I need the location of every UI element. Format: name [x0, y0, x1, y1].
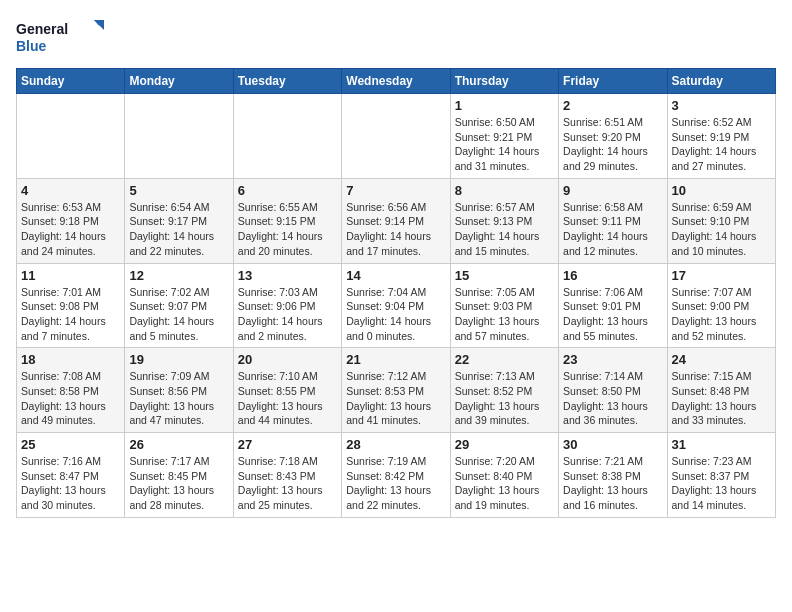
day-info: Sunrise: 7:21 AMSunset: 8:38 PMDaylight:…	[563, 454, 662, 513]
day-info: Sunrise: 7:08 AMSunset: 8:58 PMDaylight:…	[21, 369, 120, 428]
day-number: 8	[455, 183, 554, 198]
svg-text:General: General	[16, 21, 68, 37]
day-info: Sunrise: 6:55 AMSunset: 9:15 PMDaylight:…	[238, 200, 337, 259]
calendar-cell: 17Sunrise: 7:07 AMSunset: 9:00 PMDayligh…	[667, 263, 775, 348]
calendar-cell: 8Sunrise: 6:57 AMSunset: 9:13 PMDaylight…	[450, 178, 558, 263]
day-info: Sunrise: 7:17 AMSunset: 8:45 PMDaylight:…	[129, 454, 228, 513]
day-number: 5	[129, 183, 228, 198]
day-number: 30	[563, 437, 662, 452]
day-number: 12	[129, 268, 228, 283]
day-number: 11	[21, 268, 120, 283]
header-thursday: Thursday	[450, 69, 558, 94]
day-number: 31	[672, 437, 771, 452]
day-number: 17	[672, 268, 771, 283]
header-tuesday: Tuesday	[233, 69, 341, 94]
day-info: Sunrise: 7:12 AMSunset: 8:53 PMDaylight:…	[346, 369, 445, 428]
calendar-cell: 25Sunrise: 7:16 AMSunset: 8:47 PMDayligh…	[17, 433, 125, 518]
day-number: 1	[455, 98, 554, 113]
day-number: 23	[563, 352, 662, 367]
day-info: Sunrise: 7:20 AMSunset: 8:40 PMDaylight:…	[455, 454, 554, 513]
calendar-cell	[17, 94, 125, 179]
day-number: 28	[346, 437, 445, 452]
day-info: Sunrise: 7:13 AMSunset: 8:52 PMDaylight:…	[455, 369, 554, 428]
day-info: Sunrise: 7:06 AMSunset: 9:01 PMDaylight:…	[563, 285, 662, 344]
calendar-cell: 28Sunrise: 7:19 AMSunset: 8:42 PMDayligh…	[342, 433, 450, 518]
day-number: 25	[21, 437, 120, 452]
logo-svg: General Blue	[16, 16, 106, 56]
calendar-cell: 22Sunrise: 7:13 AMSunset: 8:52 PMDayligh…	[450, 348, 558, 433]
day-info: Sunrise: 7:09 AMSunset: 8:56 PMDaylight:…	[129, 369, 228, 428]
day-info: Sunrise: 6:50 AMSunset: 9:21 PMDaylight:…	[455, 115, 554, 174]
day-info: Sunrise: 7:02 AMSunset: 9:07 PMDaylight:…	[129, 285, 228, 344]
calendar-cell: 16Sunrise: 7:06 AMSunset: 9:01 PMDayligh…	[559, 263, 667, 348]
calendar-cell: 1Sunrise: 6:50 AMSunset: 9:21 PMDaylight…	[450, 94, 558, 179]
day-number: 24	[672, 352, 771, 367]
calendar-cell: 10Sunrise: 6:59 AMSunset: 9:10 PMDayligh…	[667, 178, 775, 263]
calendar-header-row: SundayMondayTuesdayWednesdayThursdayFrid…	[17, 69, 776, 94]
calendar-week-3: 11Sunrise: 7:01 AMSunset: 9:08 PMDayligh…	[17, 263, 776, 348]
calendar-cell: 30Sunrise: 7:21 AMSunset: 8:38 PMDayligh…	[559, 433, 667, 518]
calendar-cell: 31Sunrise: 7:23 AMSunset: 8:37 PMDayligh…	[667, 433, 775, 518]
day-info: Sunrise: 6:56 AMSunset: 9:14 PMDaylight:…	[346, 200, 445, 259]
day-number: 4	[21, 183, 120, 198]
calendar-cell: 29Sunrise: 7:20 AMSunset: 8:40 PMDayligh…	[450, 433, 558, 518]
day-info: Sunrise: 7:23 AMSunset: 8:37 PMDaylight:…	[672, 454, 771, 513]
calendar-cell: 18Sunrise: 7:08 AMSunset: 8:58 PMDayligh…	[17, 348, 125, 433]
calendar-cell: 5Sunrise: 6:54 AMSunset: 9:17 PMDaylight…	[125, 178, 233, 263]
calendar-cell: 4Sunrise: 6:53 AMSunset: 9:18 PMDaylight…	[17, 178, 125, 263]
day-info: Sunrise: 6:57 AMSunset: 9:13 PMDaylight:…	[455, 200, 554, 259]
day-number: 27	[238, 437, 337, 452]
calendar-cell: 20Sunrise: 7:10 AMSunset: 8:55 PMDayligh…	[233, 348, 341, 433]
day-info: Sunrise: 7:19 AMSunset: 8:42 PMDaylight:…	[346, 454, 445, 513]
header-saturday: Saturday	[667, 69, 775, 94]
day-info: Sunrise: 7:10 AMSunset: 8:55 PMDaylight:…	[238, 369, 337, 428]
day-number: 13	[238, 268, 337, 283]
day-info: Sunrise: 7:18 AMSunset: 8:43 PMDaylight:…	[238, 454, 337, 513]
calendar-cell	[125, 94, 233, 179]
day-info: Sunrise: 7:15 AMSunset: 8:48 PMDaylight:…	[672, 369, 771, 428]
day-number: 9	[563, 183, 662, 198]
day-info: Sunrise: 7:14 AMSunset: 8:50 PMDaylight:…	[563, 369, 662, 428]
calendar-cell: 11Sunrise: 7:01 AMSunset: 9:08 PMDayligh…	[17, 263, 125, 348]
day-info: Sunrise: 7:04 AMSunset: 9:04 PMDaylight:…	[346, 285, 445, 344]
day-number: 3	[672, 98, 771, 113]
calendar-cell: 12Sunrise: 7:02 AMSunset: 9:07 PMDayligh…	[125, 263, 233, 348]
calendar-table: SundayMondayTuesdayWednesdayThursdayFrid…	[16, 68, 776, 518]
header-friday: Friday	[559, 69, 667, 94]
day-number: 7	[346, 183, 445, 198]
calendar-cell: 13Sunrise: 7:03 AMSunset: 9:06 PMDayligh…	[233, 263, 341, 348]
day-info: Sunrise: 6:52 AMSunset: 9:19 PMDaylight:…	[672, 115, 771, 174]
day-info: Sunrise: 7:05 AMSunset: 9:03 PMDaylight:…	[455, 285, 554, 344]
day-number: 26	[129, 437, 228, 452]
calendar-cell	[342, 94, 450, 179]
calendar-cell: 19Sunrise: 7:09 AMSunset: 8:56 PMDayligh…	[125, 348, 233, 433]
day-number: 2	[563, 98, 662, 113]
calendar-week-4: 18Sunrise: 7:08 AMSunset: 8:58 PMDayligh…	[17, 348, 776, 433]
day-info: Sunrise: 7:07 AMSunset: 9:00 PMDaylight:…	[672, 285, 771, 344]
calendar-cell: 27Sunrise: 7:18 AMSunset: 8:43 PMDayligh…	[233, 433, 341, 518]
day-info: Sunrise: 6:58 AMSunset: 9:11 PMDaylight:…	[563, 200, 662, 259]
day-info: Sunrise: 6:53 AMSunset: 9:18 PMDaylight:…	[21, 200, 120, 259]
day-number: 29	[455, 437, 554, 452]
day-number: 10	[672, 183, 771, 198]
calendar-cell: 9Sunrise: 6:58 AMSunset: 9:11 PMDaylight…	[559, 178, 667, 263]
calendar-cell: 21Sunrise: 7:12 AMSunset: 8:53 PMDayligh…	[342, 348, 450, 433]
day-info: Sunrise: 7:16 AMSunset: 8:47 PMDaylight:…	[21, 454, 120, 513]
logo: General Blue	[16, 16, 106, 56]
calendar-week-2: 4Sunrise: 6:53 AMSunset: 9:18 PMDaylight…	[17, 178, 776, 263]
day-number: 14	[346, 268, 445, 283]
calendar-week-5: 25Sunrise: 7:16 AMSunset: 8:47 PMDayligh…	[17, 433, 776, 518]
svg-text:Blue: Blue	[16, 38, 47, 54]
day-number: 20	[238, 352, 337, 367]
page-header: General Blue	[16, 16, 776, 56]
calendar-cell: 14Sunrise: 7:04 AMSunset: 9:04 PMDayligh…	[342, 263, 450, 348]
day-info: Sunrise: 7:03 AMSunset: 9:06 PMDaylight:…	[238, 285, 337, 344]
day-number: 21	[346, 352, 445, 367]
day-number: 15	[455, 268, 554, 283]
header-wednesday: Wednesday	[342, 69, 450, 94]
day-number: 6	[238, 183, 337, 198]
calendar-cell: 24Sunrise: 7:15 AMSunset: 8:48 PMDayligh…	[667, 348, 775, 433]
calendar-week-1: 1Sunrise: 6:50 AMSunset: 9:21 PMDaylight…	[17, 94, 776, 179]
day-number: 22	[455, 352, 554, 367]
header-monday: Monday	[125, 69, 233, 94]
